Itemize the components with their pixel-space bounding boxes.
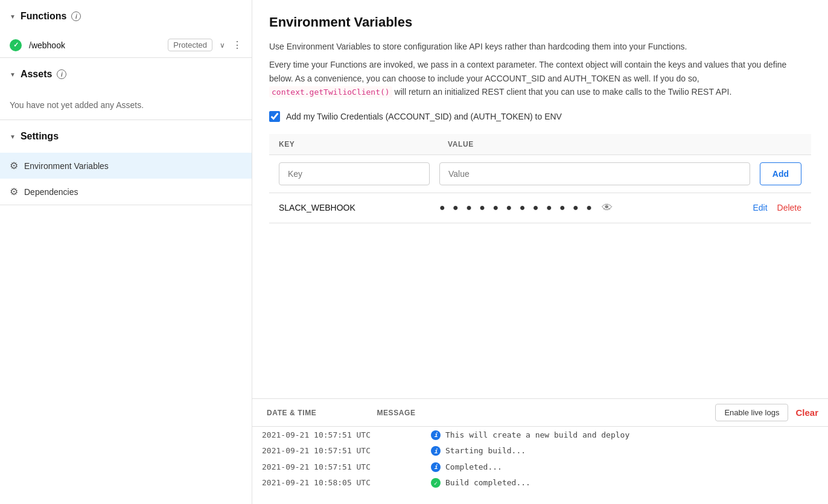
settings-section: ▼ Settings ⚙ Environment Variables ⚙ Dep… bbox=[0, 120, 252, 205]
log-header: DATE & TIME MESSAGE Enable live logs Cle… bbox=[252, 399, 828, 427]
assets-info-icon: i bbox=[57, 69, 66, 79]
sidebar-item-dependencies[interactable]: ⚙ Dependencies bbox=[0, 179, 252, 205]
log-message-2: Completed... bbox=[445, 462, 818, 471]
env-vars-label: Environment Variables bbox=[24, 161, 109, 171]
log-message-0: This will create a new build and deploy bbox=[445, 430, 818, 439]
description-2-text: Every time your Functions are invoked, w… bbox=[269, 60, 786, 83]
col-key-label: KEY bbox=[279, 140, 448, 148]
webhook-menu-icon[interactable]: ⋮ bbox=[232, 39, 242, 51]
env-key-value: SLACK_WEBHOOK bbox=[279, 203, 430, 212]
enable-live-logs-button[interactable]: Enable live logs bbox=[715, 404, 788, 421]
log-entry-2: 2021-09-21 10:57:51 UTC i Completed... bbox=[252, 459, 828, 475]
function-item-webhook[interactable]: /webhook Protected ∨ ⋮ bbox=[0, 33, 252, 57]
env-vars-gear-icon: ⚙ bbox=[10, 160, 18, 171]
assets-empty-message: You have not yet added any Assets. bbox=[0, 91, 252, 120]
assets-header[interactable]: ▼ Assets i bbox=[0, 58, 252, 91]
assets-section: ▼ Assets i You have not yet added any As… bbox=[0, 58, 252, 120]
env-input-row: Add bbox=[269, 155, 811, 193]
env-table-header: KEY VALUE bbox=[269, 134, 811, 155]
functions-chevron-icon: ▼ bbox=[10, 13, 16, 20]
col-value-label: VALUE bbox=[448, 140, 801, 148]
webhook-badge: Protected bbox=[168, 39, 212, 51]
main-content: Environment Variables Use Environment Va… bbox=[252, 0, 828, 398]
log-datetime-col: DATE & TIME bbox=[267, 409, 316, 417]
settings-chevron-icon: ▼ bbox=[10, 133, 16, 140]
description-2: Every time your Functions are invoked, w… bbox=[269, 58, 811, 99]
log-message-col: MESSAGE bbox=[377, 409, 415, 417]
key-input[interactable] bbox=[279, 162, 430, 185]
sidebar-item-env-vars[interactable]: ⚙ Environment Variables bbox=[0, 153, 252, 179]
log-column-labels: DATE & TIME MESSAGE bbox=[262, 409, 708, 417]
webhook-chevron-icon[interactable]: ∨ bbox=[220, 41, 225, 49]
webhook-name: /webhook bbox=[29, 40, 161, 50]
env-value-dots: ● ● ● ● ● ● ● ● ● ● ● ● bbox=[439, 202, 594, 213]
log-panel: DATE & TIME MESSAGE Enable live logs Cle… bbox=[252, 398, 828, 504]
log-datetime-3: 2021-09-21 10:58:05 UTC bbox=[262, 478, 431, 487]
log-info-icon-0: i bbox=[431, 430, 445, 440]
log-info-icon-1: i bbox=[431, 446, 445, 456]
dependencies-gear-icon: ⚙ bbox=[10, 186, 18, 197]
functions-header[interactable]: ▼ Functions i bbox=[0, 0, 252, 33]
edit-button[interactable]: Edit bbox=[753, 203, 767, 212]
env-value-cell: ● ● ● ● ● ● ● ● ● ● ● ● 👁 bbox=[439, 202, 743, 214]
main-panel: Environment Variables Use Environment Va… bbox=[252, 0, 828, 504]
log-entries: 2021-09-21 10:57:51 UTC i This will crea… bbox=[252, 427, 828, 504]
toggle-visibility-icon[interactable]: 👁 bbox=[602, 202, 613, 214]
webhook-status-icon bbox=[10, 39, 22, 51]
credentials-checkbox[interactable] bbox=[269, 111, 280, 122]
settings-title: Settings bbox=[21, 131, 59, 142]
log-datetime-2: 2021-09-21 10:57:51 UTC bbox=[262, 462, 431, 471]
log-message-1: Starting build... bbox=[445, 446, 818, 455]
log-entry-1: 2021-09-21 10:57:51 UTC i Starting build… bbox=[252, 443, 828, 459]
log-info-icon-2: i bbox=[431, 462, 445, 472]
description-3-text: will return an initialized REST client t… bbox=[395, 87, 732, 97]
page-title: Environment Variables bbox=[269, 14, 811, 30]
functions-info-icon: i bbox=[71, 11, 81, 21]
assets-chevron-icon: ▼ bbox=[10, 71, 16, 78]
checkbox-label[interactable]: Add my Twilio Credentials (ACCOUNT_SID) … bbox=[286, 112, 562, 121]
log-message-3: Build completed... bbox=[445, 478, 818, 487]
functions-title: Functions bbox=[21, 11, 66, 22]
log-entry-0: 2021-09-21 10:57:51 UTC i This will crea… bbox=[252, 427, 828, 443]
dependencies-label: Dependencies bbox=[24, 187, 78, 197]
functions-section: ▼ Functions i /webhook Protected ∨ ⋮ bbox=[0, 0, 252, 58]
description-1: Use Environment Variables to store confi… bbox=[269, 40, 811, 53]
log-success-icon-3: ✓ bbox=[431, 478, 445, 488]
log-datetime-1: 2021-09-21 10:57:51 UTC bbox=[262, 446, 431, 455]
credentials-checkbox-row: Add my Twilio Credentials (ACCOUNT_SID) … bbox=[269, 111, 811, 122]
log-entry-3: 2021-09-21 10:58:05 UTC ✓ Build complete… bbox=[252, 475, 828, 491]
sidebar: ▼ Functions i /webhook Protected ∨ ⋮ ▼ A… bbox=[0, 0, 252, 504]
log-datetime-0: 2021-09-21 10:57:51 UTC bbox=[262, 430, 431, 439]
settings-header[interactable]: ▼ Settings bbox=[0, 120, 252, 153]
clear-button[interactable]: Clear bbox=[795, 407, 818, 418]
assets-title: Assets bbox=[21, 69, 52, 80]
table-row: SLACK_WEBHOOK ● ● ● ● ● ● ● ● ● ● ● ● 👁 … bbox=[269, 193, 811, 223]
code-snippet: context.getTwilioClient() bbox=[269, 86, 392, 98]
value-input[interactable] bbox=[439, 162, 750, 185]
delete-button[interactable]: Delete bbox=[777, 203, 801, 212]
add-button[interactable]: Add bbox=[760, 162, 801, 185]
